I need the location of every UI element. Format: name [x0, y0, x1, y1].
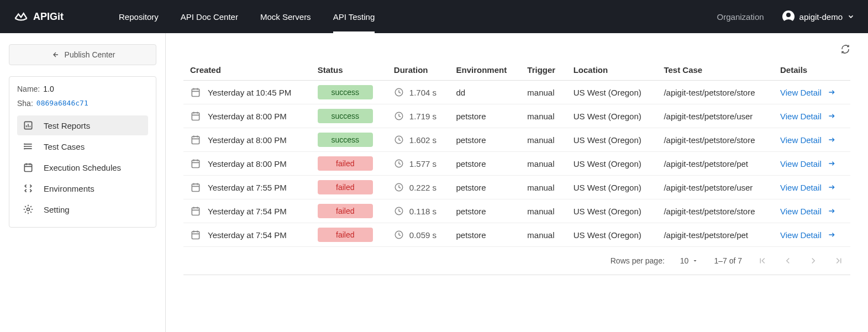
rows-per-page-select[interactable]: 10: [680, 256, 699, 265]
user-menu[interactable]: apigit-demo: [782, 10, 855, 23]
table-row: Yesterday at 7:54 PMfailed0.118 spetstor…: [183, 199, 850, 223]
status-badge: failed: [318, 156, 373, 171]
location-cell: US West (Oregon): [567, 104, 657, 128]
nav-item-api-testing[interactable]: API Testing: [333, 0, 375, 33]
view-detail-label: View Detail: [780, 88, 822, 97]
first-page-icon[interactable]: [757, 256, 767, 266]
duration-cell: 0.222 s: [394, 182, 443, 192]
calendar-icon: [190, 134, 201, 145]
svg-rect-10: [192, 113, 199, 120]
location-cell: US West (Oregon): [567, 81, 657, 104]
testcase-cell: /apigit-test/petstore/store: [657, 199, 774, 223]
col-environment: Environment: [450, 60, 521, 81]
sidebar-item-environments[interactable]: Environments: [17, 178, 148, 198]
duration-text: 0.222 s: [409, 183, 436, 192]
avatar-icon: [782, 10, 795, 23]
publish-center-label: Publish Center: [65, 50, 115, 59]
clock-icon: [394, 230, 404, 240]
created-text: Yesterday at 8:00 PM: [208, 135, 287, 145]
table-row: Yesterday at 7:55 PMfailed0.222 spetstor…: [183, 176, 850, 199]
status-badge: failed: [318, 180, 373, 194]
calendar-icon: [190, 229, 201, 240]
svg-point-3: [24, 144, 25, 144]
created-text: Yesterday at 7:55 PM: [208, 183, 287, 192]
publish-center-button[interactable]: Publish Center: [9, 44, 156, 65]
last-page-icon[interactable]: [834, 256, 844, 266]
meta-sha-row: Sha: 0869a6846c71: [17, 99, 148, 108]
view-detail-link[interactable]: View Detail: [780, 183, 844, 192]
brand-logo: APIGit: [13, 9, 64, 24]
pagination-range: 1–7 of 7: [714, 256, 742, 265]
nav-item-mock-servers[interactable]: Mock Servers: [260, 0, 311, 33]
arrow-right-icon: [827, 207, 836, 215]
location-cell: US West (Oregon): [567, 223, 657, 247]
duration-cell: 1.602 s: [394, 135, 443, 145]
testcase-cell: /apigit-test/petstore/store: [657, 81, 774, 104]
nav-item-repository[interactable]: Repository: [119, 0, 159, 33]
created-cell: Yesterday at 8:00 PM: [190, 134, 304, 145]
col-details: Details: [774, 60, 850, 81]
location-cell: US West (Oregon): [567, 176, 657, 199]
trigger-cell: manual: [520, 176, 566, 199]
sidebar-item-setting[interactable]: Setting: [17, 199, 148, 219]
status-badge: success: [318, 133, 373, 147]
svg-rect-20: [192, 231, 199, 239]
sidebar-item-test-reports[interactable]: Test Reports: [17, 115, 148, 135]
sidebar-item-execution-schedules[interactable]: Execution Schedules: [17, 157, 148, 177]
created-text: Yesterday at 8:00 PM: [208, 112, 287, 121]
col-duration: Duration: [387, 60, 450, 81]
table-row: Yesterday at 7:54 PMfailed0.059 spetstor…: [183, 223, 850, 247]
view-detail-link[interactable]: View Detail: [780, 135, 844, 145]
main-toolbar: [183, 44, 850, 54]
sidebar-item-test-cases[interactable]: Test Cases: [17, 136, 148, 156]
sidebar-item-label: Environments: [44, 184, 94, 193]
created-cell: Yesterday at 7:55 PM: [190, 182, 304, 193]
calendar-icon: [190, 158, 201, 169]
duration-cell: 1.577 s: [394, 159, 443, 168]
trigger-cell: manual: [520, 128, 566, 152]
nav-item-api-doc-center[interactable]: API Doc Center: [181, 0, 238, 33]
testcase-cell: /apigit-test/petstore/user: [657, 176, 774, 199]
calendar-icon: [190, 182, 201, 193]
status-badge: success: [318, 85, 373, 99]
status-badge: failed: [318, 204, 373, 218]
chevron-down-icon: [847, 13, 855, 20]
clock-icon: [394, 159, 404, 168]
calendar-icon: [190, 110, 201, 122]
logo-icon: [13, 9, 29, 24]
view-detail-label: View Detail: [780, 230, 822, 240]
rows-per-page-label: Rows per page:: [611, 256, 665, 265]
environment-cell: petstore: [450, 152, 521, 176]
sidebar-item-label: Test Cases: [44, 142, 85, 151]
environment-cell: petstore: [450, 128, 521, 152]
view-detail-link[interactable]: View Detail: [780, 88, 844, 97]
view-detail-label: View Detail: [780, 207, 822, 216]
view-detail-link[interactable]: View Detail: [780, 112, 844, 121]
svg-rect-8: [192, 89, 199, 96]
view-detail-label: View Detail: [780, 135, 822, 145]
calendar-icon: [190, 87, 201, 98]
braces-icon: [23, 183, 34, 194]
sidebar-item-label: Setting: [44, 205, 70, 214]
svg-rect-18: [192, 208, 199, 215]
view-detail-link[interactable]: View Detail: [780, 159, 844, 168]
sidebar-item-label: Test Reports: [44, 121, 90, 130]
testcase-cell: /apigit-test/petstore/user: [657, 104, 774, 128]
testcase-cell: /apigit-test/petstore/pet: [657, 152, 774, 176]
arrow-right-icon: [827, 183, 836, 192]
header-right: Organization apigit-demo: [717, 10, 855, 23]
prev-page-icon[interactable]: [783, 256, 793, 266]
testcase-cell: /apigit-test/petstore/pet: [657, 223, 774, 247]
organization-link[interactable]: Organization: [717, 12, 764, 22]
svg-rect-14: [192, 160, 199, 167]
duration-text: 1.577 s: [409, 159, 436, 168]
refresh-icon[interactable]: [840, 44, 850, 54]
col-status: Status: [311, 60, 387, 81]
view-detail-link[interactable]: View Detail: [780, 207, 844, 216]
view-detail-link[interactable]: View Detail: [780, 230, 844, 240]
next-page-icon[interactable]: [808, 256, 818, 266]
trigger-cell: manual: [520, 199, 566, 223]
svg-rect-6: [24, 164, 31, 171]
clock-icon: [394, 135, 404, 145]
meta-sha-value[interactable]: 0869a6846c71: [36, 99, 88, 108]
